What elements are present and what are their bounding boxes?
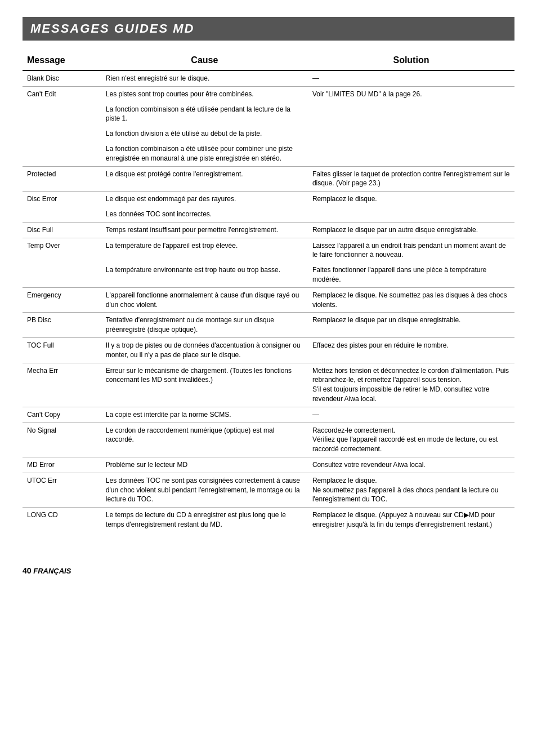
message-cell: MD Error (23, 457, 101, 473)
solution-cell: — (308, 407, 514, 423)
solution-cell: Raccordez-le correctement.Vérifiez que l… (308, 423, 514, 457)
cause-cell: Le disque est protégé contre l'enregistr… (101, 166, 308, 192)
solution-cell: Remplacez le disque par un disque enregi… (308, 313, 514, 338)
cause-cell: Rien n'est enregistré sur le disque. (101, 70, 308, 86)
cause-cell: Il y a trop de pistes ou de données d'ac… (101, 337, 308, 363)
language-label: FRANÇAIS (33, 567, 71, 575)
cause-cell: Tentative d'enregistrement ou de montage… (101, 313, 308, 338)
table-row: Disc FullTemps restant insuffisant pour … (23, 222, 514, 238)
message-cell: Can't Edit (23, 86, 101, 101)
col-message: Message (23, 52, 101, 70)
message-cell: Emergency (23, 287, 101, 313)
solution-cell: Mettez hors tension et déconnectez le co… (308, 363, 514, 407)
solution-cell: Laissez l'appareil à un endroit frais pe… (308, 238, 514, 263)
cause-cell: Erreur sur le mécanisme de chargement. (… (101, 363, 308, 407)
guide-table: Message Cause Solution Blank DiscRien n'… (23, 52, 514, 532)
solution-cell (308, 102, 514, 127)
table-row: La température environnante est trop hau… (23, 263, 514, 287)
solution-cell: Remplacez le disque. Ne soumettez pas le… (308, 287, 514, 313)
table-row: EmergencyL'appareil fonctionne anormalem… (23, 287, 514, 313)
footer: 40 FRANÇAIS (23, 566, 514, 575)
message-cell: PB Disc (23, 313, 101, 338)
table-row: No SignalLe cordon de raccordement numér… (23, 423, 514, 457)
table-row: La fonction division a été utilisé au dé… (23, 126, 514, 141)
table-row: PB DiscTentative d'enregistrement ou de … (23, 313, 514, 338)
message-cell: Temp Over (23, 238, 101, 263)
message-cell: LONG CD (23, 508, 101, 532)
cause-cell: La fonction combinaison a été utilisée p… (101, 141, 308, 166)
cause-cell: La fonction combinaison a été utilisée p… (101, 102, 308, 127)
solution-cell: Remplacez le disque par un autre disque … (308, 222, 514, 238)
message-cell: Protected (23, 166, 101, 192)
solution-cell: Faites fonctionner l'appareil dans une p… (308, 263, 514, 287)
message-cell: Can't Copy (23, 407, 101, 423)
message-cell (23, 126, 101, 141)
cause-cell: La température environnante est trop hau… (101, 263, 308, 287)
solution-cell (308, 126, 514, 141)
header-banner: MESSAGES GUIDES MD (23, 17, 514, 41)
cause-cell: Les données TOC sont incorrectes. (101, 207, 308, 222)
message-cell (23, 102, 101, 127)
table-row: Can't EditLes pistes sont trop courtes p… (23, 86, 514, 101)
solution-cell (308, 207, 514, 222)
message-cell: Mecha Err (23, 363, 101, 407)
message-cell: No Signal (23, 423, 101, 457)
table-row: La fonction combinaison a été utilisée p… (23, 102, 514, 127)
cause-cell: L'appareil fonctionne anormalement à cau… (101, 287, 308, 313)
table-row: Disc ErrorLe disque est endommagé par de… (23, 192, 514, 207)
cause-cell: Temps restant insuffisant pour permettre… (101, 222, 308, 238)
cause-cell: Les pistes sont trop courtes pour être c… (101, 86, 308, 101)
solution-cell: Effacez des pistes pour en réduire le no… (308, 337, 514, 363)
solution-cell: Remplacez le disque. (Appuyez à nouveau … (308, 508, 514, 532)
message-cell: Disc Error (23, 192, 101, 207)
message-cell: UTOC Err (23, 473, 101, 507)
solution-cell: Remplacez le disque.Ne soumettez pas l'a… (308, 473, 514, 507)
table-row: Can't CopyLa copie est interdite par la … (23, 407, 514, 423)
cause-cell: La fonction division a été utilisé au dé… (101, 126, 308, 141)
col-solution: Solution (308, 52, 514, 70)
table-row: La fonction combinaison a été utilisée p… (23, 141, 514, 166)
solution-cell: Faites glisser le taquet de protection c… (308, 166, 514, 192)
solution-cell: — (308, 70, 514, 86)
table-row: Blank DiscRien n'est enregistré sur le d… (23, 70, 514, 86)
cause-cell: Le temps de lecture du CD à enregistrer … (101, 508, 308, 532)
table-row: MD ErrorProblème sur le lecteur MDConsul… (23, 457, 514, 473)
cause-cell: Le disque est endommagé par des rayures. (101, 192, 308, 207)
solution-cell: Consultez votre revendeur Aiwa local. (308, 457, 514, 473)
table-row: Les données TOC sont incorrectes. (23, 207, 514, 222)
solution-cell (308, 141, 514, 166)
table-row: LONG CDLe temps de lecture du CD à enreg… (23, 508, 514, 532)
table-row: UTOC ErrLes données TOC ne sont pas cons… (23, 473, 514, 507)
table-row: ProtectedLe disque est protégé contre l'… (23, 166, 514, 192)
solution-cell: Remplacez le disque. (308, 192, 514, 207)
page-number: 40 (23, 566, 32, 575)
cause-cell: La température de l'appareil est trop él… (101, 238, 308, 263)
message-cell: Blank Disc (23, 70, 101, 86)
message-cell (23, 263, 101, 287)
table-row: Mecha ErrErreur sur le mécanisme de char… (23, 363, 514, 407)
solution-cell: Voir "LIMITES DU MD" à la page 26. (308, 86, 514, 101)
cause-cell: Le cordon de raccordement numérique (opt… (101, 423, 308, 457)
cause-cell: La copie est interdite par la norme SCMS… (101, 407, 308, 423)
message-cell: TOC Full (23, 337, 101, 363)
message-cell (23, 207, 101, 222)
message-cell (23, 141, 101, 166)
table-row: TOC FullIl y a trop de pistes ou de donn… (23, 337, 514, 363)
table-header-row: Message Cause Solution (23, 52, 514, 70)
table-row: Temp OverLa température de l'appareil es… (23, 238, 514, 263)
cause-cell: Les données TOC ne sont pas consignées c… (101, 473, 308, 507)
cause-cell: Problème sur le lecteur MD (101, 457, 308, 473)
page-title: MESSAGES GUIDES MD (30, 21, 507, 36)
message-cell: Disc Full (23, 222, 101, 238)
col-cause: Cause (101, 52, 308, 70)
